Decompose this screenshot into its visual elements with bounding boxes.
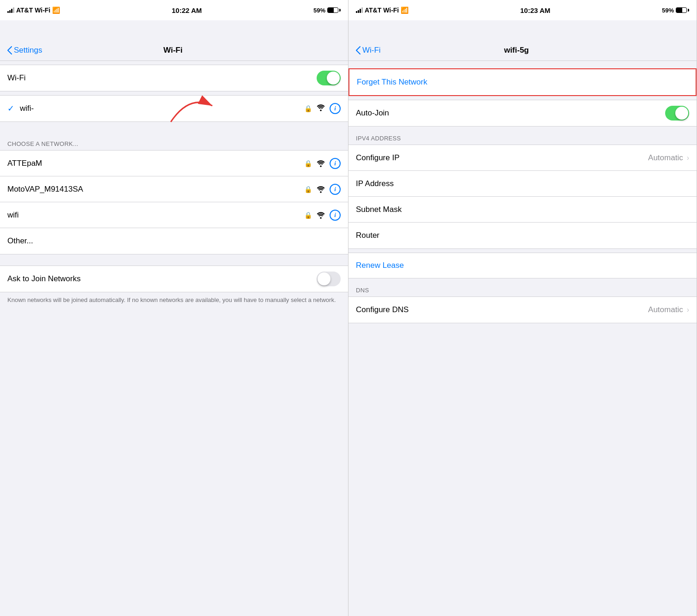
info-button-0[interactable]: i [330, 158, 341, 169]
network-name-2: wifi [7, 211, 304, 220]
nav-bar-left: Settings Wi-Fi [0, 20, 348, 61]
time-left: 10:22 AM [172, 6, 202, 14]
status-right-left: 59% [313, 7, 341, 14]
status-right-left-area: AT&T Wi-Fi 📶 [356, 6, 409, 14]
back-button-left[interactable]: Settings [7, 46, 42, 55]
carrier-right: AT&T Wi-Fi [365, 6, 399, 14]
svg-point-3 [320, 191, 322, 193]
forget-network-row[interactable]: Forget This Network [349, 69, 696, 95]
configure-dns-label: Configure DNS [356, 305, 648, 314]
network-name-0: ATTEpaM [7, 159, 304, 168]
right-scroll: Forget This Network Auto-Join IPV4 ADDRE… [348, 61, 697, 616]
auto-join-block: Auto-Join [348, 100, 697, 127]
ask-join-row[interactable]: Ask to Join Networks [0, 266, 348, 292]
auto-join-toggle[interactable] [665, 106, 689, 121]
back-chevron-icon-right [356, 46, 361, 54]
info-icon-connected: i [334, 105, 336, 112]
status-right-right: 59% [662, 7, 689, 14]
left-scroll: Wi-Fi ✓ wifi- 🔒 [0, 61, 348, 616]
network-icons-1: 🔒 i [304, 184, 341, 195]
forget-network-label: Forget This Network [357, 78, 427, 87]
auto-join-row[interactable]: Auto-Join [348, 100, 697, 126]
status-left: AT&T Wi-Fi 📶 [7, 6, 60, 14]
connected-network-name: wifi- [20, 104, 304, 113]
ip-address-label: IP Address [356, 179, 689, 188]
wifi-svg-2 [316, 211, 326, 219]
wifi-toggle-block: Wi-Fi [0, 65, 348, 91]
signal-icon [7, 7, 14, 13]
right-panel: AT&T Wi-Fi 📶 10:23 AM 59% Wi-Fi wifi-5g [348, 0, 697, 616]
ipv4-block: Configure IP Automatic › IP Address Subn… [348, 145, 697, 249]
wifi-strength-connected [316, 104, 326, 114]
wifi-svg-0 [316, 160, 326, 167]
page-title-right: wifi-5g [504, 46, 529, 55]
svg-point-4 [320, 217, 322, 219]
connected-network-row[interactable]: ✓ wifi- 🔒 i [0, 96, 348, 121]
network-row-0[interactable]: ATTEpaM 🔒 i [0, 151, 348, 176]
router-row: Router [348, 223, 697, 248]
renew-lease-row[interactable]: Renew Lease [348, 253, 697, 278]
back-label-right: Wi-Fi [362, 46, 381, 55]
wifi-status-icon: 📶 [52, 6, 60, 14]
network-icons-2: 🔒 i [304, 210, 341, 221]
configure-dns-value: Automatic [648, 305, 683, 314]
ip-address-row: IP Address [348, 171, 697, 197]
wifi-toggle-row[interactable]: Wi-Fi [0, 65, 348, 91]
info-button-1[interactable]: i [330, 184, 341, 195]
battery-pct-right: 59% [662, 7, 674, 14]
battery-icon-left [327, 7, 341, 13]
lock-icon-0: 🔒 [304, 160, 312, 167]
lock-icon-1: 🔒 [304, 186, 312, 193]
connected-check-icon: ✓ [7, 103, 14, 114]
svg-point-0 [320, 109, 322, 111]
wifi-bars-svg [316, 104, 326, 111]
dns-block: Configure DNS Automatic › [348, 296, 697, 323]
connected-row-icons: 🔒 i [304, 103, 341, 114]
info-button-connected[interactable]: i [330, 103, 341, 114]
ask-join-footer: Known networks will be joined automatica… [0, 292, 348, 312]
carrier-left: AT&T Wi-Fi [16, 6, 50, 14]
toggle-thumb [327, 72, 340, 85]
configure-dns-row[interactable]: Configure DNS Automatic › [348, 297, 697, 323]
back-label-left: Settings [14, 46, 42, 55]
other-network-row[interactable]: Other... [0, 228, 348, 254]
wifi-toggle-label: Wi-Fi [7, 73, 317, 83]
status-bar-right: AT&T Wi-Fi 📶 10:23 AM 59% [348, 0, 697, 20]
ask-join-toggle[interactable] [317, 272, 341, 286]
network-row-1[interactable]: MotoVAP_M91413SA 🔒 i [0, 176, 348, 202]
back-button-right[interactable]: Wi-Fi [356, 46, 381, 55]
nav-bar-right: Wi-Fi wifi-5g [348, 20, 697, 61]
choose-network-header: CHOOSE A NETWORK... [0, 133, 348, 150]
info-icon-2: i [334, 211, 336, 219]
dns-section-header: DNS [348, 282, 697, 296]
configure-ip-row[interactable]: Configure IP Automatic › [348, 145, 697, 171]
info-button-2[interactable]: i [330, 210, 341, 221]
page-title-left: Wi-Fi [163, 46, 182, 55]
ask-join-label: Ask to Join Networks [7, 274, 317, 284]
ask-join-block: Ask to Join Networks [0, 266, 348, 292]
ask-join-toggle-thumb [318, 272, 330, 285]
available-networks-block: ATTEpaM 🔒 i MotoVAP_M91413SA [0, 150, 348, 254]
network-icons-0: 🔒 i [304, 158, 341, 169]
ipv4-section-header: IPV4 ADDRESS [348, 130, 697, 145]
lock-icon-2: 🔒 [304, 211, 312, 219]
network-name-1: MotoVAP_M91413SA [7, 185, 304, 194]
network-row-2[interactable]: wifi 🔒 i [0, 202, 348, 228]
connected-network-block: ✓ wifi- 🔒 i [0, 95, 348, 122]
configure-dns-chevron: › [687, 306, 689, 314]
auto-join-label: Auto-Join [356, 109, 665, 118]
forget-network-block: Forget This Network [348, 68, 697, 96]
status-bar-left: AT&T Wi-Fi 📶 10:22 AM 59% [0, 0, 348, 20]
wifi-toggle-switch[interactable] [317, 71, 341, 85]
back-chevron-icon [7, 46, 12, 54]
battery-icon-right [676, 7, 689, 13]
renew-lease-label: Renew Lease [356, 261, 404, 270]
auto-join-thumb [675, 107, 688, 120]
wifi-svg-1 [316, 186, 326, 193]
other-network-label: Other... [7, 236, 341, 246]
left-panel: AT&T Wi-Fi 📶 10:22 AM 59% Settings Wi-Fi [0, 0, 348, 616]
lock-icon-connected: 🔒 [304, 105, 312, 112]
wifi-status-icon-right: 📶 [401, 6, 409, 14]
configure-ip-label: Configure IP [356, 153, 648, 163]
subnet-mask-label: Subnet Mask [356, 205, 689, 214]
